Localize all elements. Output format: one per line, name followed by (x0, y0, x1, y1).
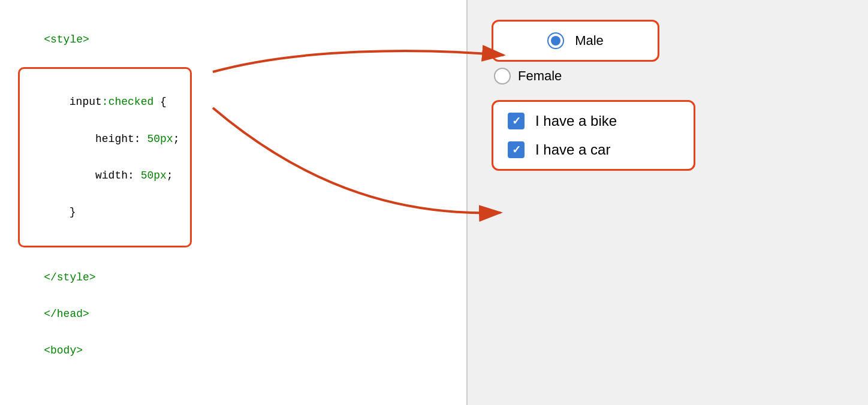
css-brace-open: { (153, 96, 167, 108)
css-val-height: 50px (147, 133, 173, 145)
render-panel: Male Female I have a bike I have a car h… (468, 0, 868, 405)
checkbox-car-label: I have a car (535, 141, 610, 158)
head-close-tag: </head> (44, 308, 89, 320)
checkbox-car-input[interactable] (508, 141, 525, 158)
code-block-2: </style> </head> <body> <form action="">… (18, 250, 448, 405)
checkbox-bike-input[interactable] (508, 113, 525, 129)
radio-female-input[interactable] (494, 68, 511, 84)
css-brace-close: } (70, 206, 76, 218)
body-open-tag: <body> (44, 344, 83, 356)
code-panel: <style> input:checked { height: 50px; wi… (0, 0, 468, 405)
css-prop-height: height (70, 133, 134, 145)
css-prop-width: width (70, 170, 128, 182)
css-val-width: 50px (141, 170, 167, 182)
radio-female-row: Female (492, 68, 844, 84)
radio-female-label: Female (518, 68, 562, 84)
css-highlight-box: input:checked { height: 50px; width: 50p… (18, 67, 192, 247)
checkbox-bike-row: I have a bike (508, 113, 679, 129)
radio-male-box: Male (492, 20, 659, 62)
checkbox-bike-label: I have a bike (535, 113, 617, 129)
css-pseudo-checked: :checked (102, 96, 153, 108)
code-block: <style> (18, 12, 448, 67)
style-open-tag: <style> (44, 34, 89, 46)
radio-group: Male Female (492, 20, 844, 84)
css-selector-input: input (70, 96, 102, 108)
radio-male-input[interactable] (547, 32, 564, 49)
checkbox-group-box: I have a bike I have a car (492, 100, 695, 171)
checkbox-car-row: I have a car (508, 141, 679, 158)
radio-male-label: Male (575, 33, 604, 49)
style-close-tag: </style> (44, 271, 95, 283)
